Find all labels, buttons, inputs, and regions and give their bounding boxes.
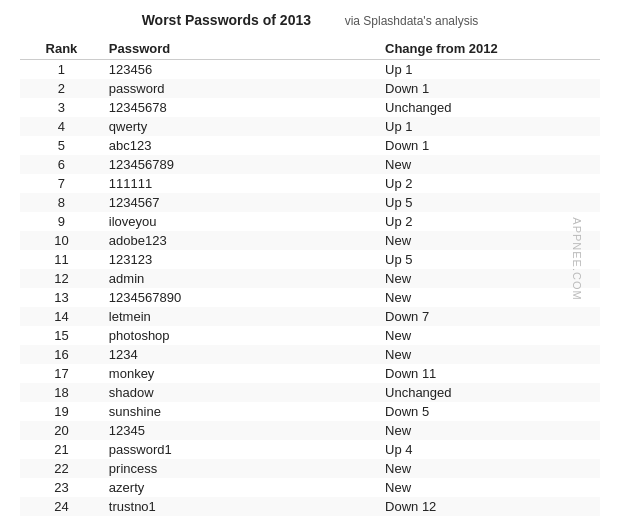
- cell-change: New: [379, 478, 600, 497]
- cell-rank: 11: [20, 250, 103, 269]
- cell-password: 123456789: [103, 155, 379, 174]
- cell-password: azerty: [103, 478, 379, 497]
- table-row: 11123123Up 5: [20, 250, 600, 269]
- cell-password: 12345: [103, 421, 379, 440]
- cell-change: Up 1: [379, 117, 600, 136]
- cell-password: 1234: [103, 345, 379, 364]
- cell-rank: 24: [20, 497, 103, 516]
- table-row: 24trustno1Down 12: [20, 497, 600, 516]
- cell-change: Down 7: [379, 307, 600, 326]
- cell-change: New: [379, 231, 600, 250]
- cell-rank: 2: [20, 79, 103, 98]
- cell-password: 1234567: [103, 193, 379, 212]
- cell-rank: 13: [20, 288, 103, 307]
- cell-password: 12345678: [103, 98, 379, 117]
- table-row: 9iloveyouUp 2: [20, 212, 600, 231]
- passwords-table: Rank Password Change from 2012 1123456Up…: [20, 38, 600, 518]
- cell-change: New: [379, 326, 600, 345]
- cell-change: New: [379, 288, 600, 307]
- table-header-row: Rank Password Change from 2012: [20, 38, 600, 60]
- table-row: 15photoshopNew: [20, 326, 600, 345]
- cell-rank: 5: [20, 136, 103, 155]
- cell-password: iloveyou: [103, 212, 379, 231]
- cell-rank: 18: [20, 383, 103, 402]
- cell-password: admin: [103, 269, 379, 288]
- table-row: 6123456789New: [20, 155, 600, 174]
- cell-password: sunshine: [103, 402, 379, 421]
- cell-password: adobe123: [103, 231, 379, 250]
- cell-rank: 8: [20, 193, 103, 212]
- cell-rank: 3: [20, 98, 103, 117]
- page-subtitle: via Splashdata's analysis: [345, 14, 479, 28]
- cell-rank: 21: [20, 440, 103, 459]
- cell-password: password: [103, 79, 379, 98]
- table-row: 81234567Up 5: [20, 193, 600, 212]
- cell-rank: 20: [20, 421, 103, 440]
- table-row: 5abc123Down 1: [20, 136, 600, 155]
- cell-change: Unchanged: [379, 383, 600, 402]
- cell-rank: 10: [20, 231, 103, 250]
- cell-rank: 16: [20, 345, 103, 364]
- table-row: 12adminNew: [20, 269, 600, 288]
- cell-change: Down 11: [379, 364, 600, 383]
- cell-change: Up 4: [379, 440, 600, 459]
- cell-password: shadow: [103, 383, 379, 402]
- cell-change: Up 1: [379, 60, 600, 80]
- table-row: 19sunshineDown 5: [20, 402, 600, 421]
- table-row: 4qwertyUp 1: [20, 117, 600, 136]
- cell-change: Up 5: [379, 193, 600, 212]
- cell-rank: 15: [20, 326, 103, 345]
- title-area: Worst Passwords of 2013 via Splashdata's…: [20, 12, 600, 28]
- col-header-password: Password: [103, 38, 379, 60]
- cell-change: New: [379, 421, 600, 440]
- cell-change: New: [379, 155, 600, 174]
- cell-rank: 23: [20, 478, 103, 497]
- cell-change: Down 5: [379, 402, 600, 421]
- cell-rank: 1: [20, 60, 103, 80]
- table-row: 7111111Up 2: [20, 174, 600, 193]
- cell-password: 111111: [103, 174, 379, 193]
- cell-password: trustno1: [103, 497, 379, 516]
- cell-rank: 22: [20, 459, 103, 478]
- cell-change: New: [379, 269, 600, 288]
- cell-rank: 17: [20, 364, 103, 383]
- table-row: 1123456Up 1: [20, 60, 600, 80]
- cell-change: Down 1: [379, 79, 600, 98]
- table-row: 14letmeinDown 7: [20, 307, 600, 326]
- table-row: 17monkeyDown 11: [20, 364, 600, 383]
- table-row: 18shadowUnchanged: [20, 383, 600, 402]
- cell-change: New: [379, 459, 600, 478]
- cell-rank: 9: [20, 212, 103, 231]
- cell-password: password1: [103, 440, 379, 459]
- cell-password: 1234567890: [103, 288, 379, 307]
- cell-password: letmein: [103, 307, 379, 326]
- watermark: APPNEE.COM: [570, 217, 582, 300]
- page-title: Worst Passwords of 2013: [142, 12, 311, 28]
- cell-password: 123456: [103, 60, 379, 80]
- cell-password: photoshop: [103, 326, 379, 345]
- cell-change: Up 5: [379, 250, 600, 269]
- cell-change: Down 1: [379, 136, 600, 155]
- col-header-rank: Rank: [20, 38, 103, 60]
- cell-rank: 12: [20, 269, 103, 288]
- col-header-change: Change from 2012: [379, 38, 600, 60]
- cell-change: Unchanged: [379, 98, 600, 117]
- cell-change: New: [379, 345, 600, 364]
- cell-rank: 14: [20, 307, 103, 326]
- cell-change: Down 12: [379, 497, 600, 516]
- table-row: 10adobe123New: [20, 231, 600, 250]
- cell-change: Up 2: [379, 174, 600, 193]
- table-row: 22princessNew: [20, 459, 600, 478]
- cell-password: qwerty: [103, 117, 379, 136]
- table-row: 21password1Up 4: [20, 440, 600, 459]
- table-row: 161234New: [20, 345, 600, 364]
- cell-change: Up 2: [379, 212, 600, 231]
- cell-password: 123123: [103, 250, 379, 269]
- page: Worst Passwords of 2013 via Splashdata's…: [0, 0, 620, 518]
- cell-rank: 19: [20, 402, 103, 421]
- cell-password: abc123: [103, 136, 379, 155]
- cell-password: princess: [103, 459, 379, 478]
- table-row: 23azertyNew: [20, 478, 600, 497]
- cell-rank: 6: [20, 155, 103, 174]
- cell-password: monkey: [103, 364, 379, 383]
